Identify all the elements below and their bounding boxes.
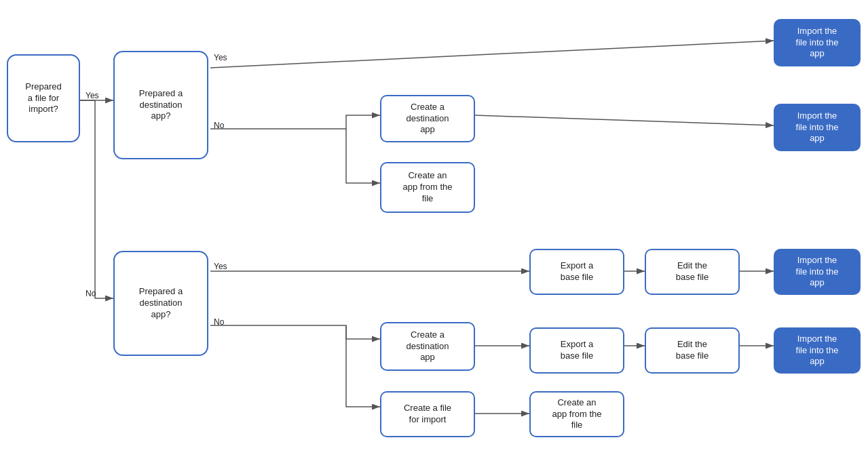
import-mid-node: Import the file into the app [774,249,861,295]
dest-app-bottom-label: Prepared a destination app? [139,286,183,321]
import-bottom-node: Import the file into the app [774,327,861,374]
no1-label: No [86,289,96,298]
edit-base-2-node: Edit the base file [645,327,740,374]
export-base-1-label: Export a base file [561,260,593,283]
create-dest-app-1-node: Create a destination app [380,95,475,142]
create-dest-app-1-label: Create a destination app [407,102,449,136]
create-file-import-label: Create a file for import [404,403,451,426]
svg-line-3 [475,115,774,125]
export-base-2-label: Export a base file [561,339,593,362]
create-app-from-file-2-label: Create an app from the file [552,397,602,432]
svg-line-2 [210,41,774,68]
export-base-2-node: Export a base file [529,327,624,374]
create-app-from-file-1-node: Create an app from the file [380,162,475,213]
create-app-from-file-1-label: Create an app from the file [403,170,453,205]
import-top2-label: Import the file into the app [796,111,839,145]
create-app-from-file-2-node: Create an app from the file [529,391,624,437]
yes3-label: Yes [214,262,227,271]
create-file-import-node: Create a file for import [380,391,475,437]
yes2-label: Yes [214,53,227,62]
import-top-node: Import the file into the app [774,19,861,66]
prepared-file-label: Prepared a file for import? [25,81,61,116]
prepared-file-node: Prepared a file for import? [7,54,80,142]
edit-base-1-node: Edit the base file [645,249,740,295]
diagram: Prepared a file for import? Yes No Prepa… [0,0,868,461]
create-dest-app-2-label: Create a destination app [407,329,449,364]
import-top-label: Import the file into the app [796,26,839,60]
edit-base-1-label: Edit the base file [676,260,709,283]
dest-app-top-node: Prepared a destination app? [113,51,208,159]
no3-label: No [214,317,224,327]
create-dest-app-2-node: Create a destination app [380,322,475,371]
yes1-label: Yes [86,91,99,100]
export-base-1-node: Export a base file [529,249,624,295]
dest-app-top-label: Prepared a destination app? [139,88,183,123]
import-mid-label: Import the file into the app [796,255,839,289]
dest-app-bottom-node: Prepared a destination app? [113,251,208,356]
edit-base-2-label: Edit the base file [676,339,709,362]
no2-label: No [214,121,224,130]
import-top2-node: Import the file into the app [774,104,861,151]
import-bottom-label: Import the file into the app [796,334,839,368]
